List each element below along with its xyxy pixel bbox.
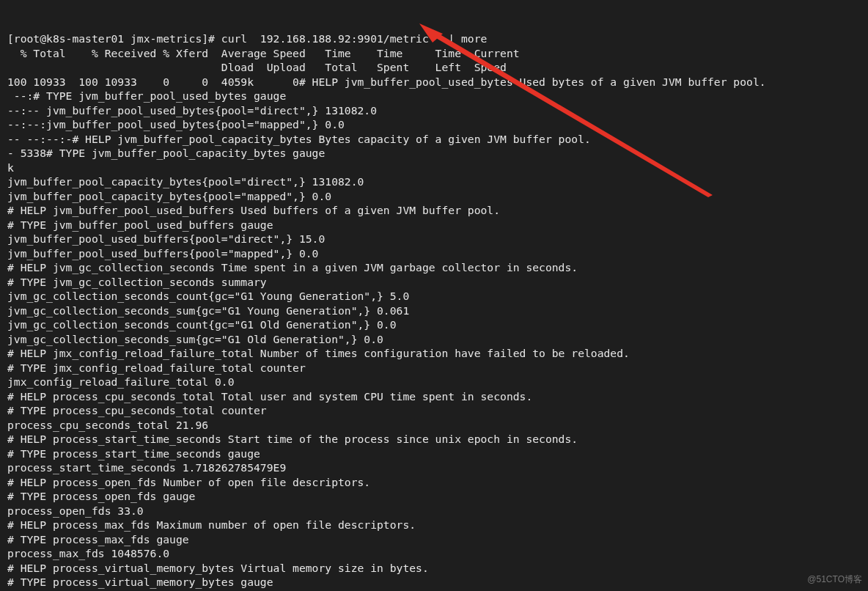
terminal-line: # TYPE process_max_fds gauge [7,532,861,547]
terminal-line: jvm_buffer_pool_capacity_bytes{pool="map… [7,189,861,204]
terminal-line: jvm_buffer_pool_used_buffers{pool="direc… [7,232,861,246]
terminal-line: # HELP jvm_gc_collection_seconds Time sp… [7,260,861,275]
terminal-line: % Total % Received % Xferd Average Speed… [7,46,861,61]
terminal-line: --:--:jvm_buffer_pool_used_bytes{pool="m… [7,117,861,132]
terminal-line: 100 10933 100 10933 0 0 4059k 0# HELP jv… [7,75,861,89]
terminal-line: # HELP jmx_config_reload_failure_total N… [7,346,861,361]
terminal-line: # TYPE process_open_fds gauge [7,489,861,504]
terminal-line: # TYPE process_cpu_seconds_total counter [7,403,861,418]
terminal-line: --:-- jvm_buffer_pool_used_bytes{pool="d… [7,103,861,118]
terminal-line: -- --:--:-# HELP jvm_buffer_pool_capacit… [7,132,861,147]
terminal-line: process_start_time_seconds 1.71826278547… [7,460,861,475]
terminal-line: # TYPE jvm_gc_collection_seconds summary [7,275,861,290]
terminal-line: # HELP process_virtual_memory_bytes Virt… [7,561,861,576]
terminal-line: - 5338# TYPE jvm_buffer_pool_capacity_by… [7,146,861,161]
watermark-text: @51CTO博客 [807,573,862,587]
terminal-line: # TYPE jvm_buffer_pool_used_buffers gaug… [7,218,861,232]
terminal-line: --:# TYPE jvm_buffer_pool_used_bytes gau… [7,89,861,103]
terminal-line: # HELP process_open_fds Number of open f… [7,475,861,490]
terminal-line: # TYPE process_start_time_seconds gauge [7,447,861,461]
terminal-line: # TYPE process_virtual_memory_bytes gaug… [7,575,861,590]
terminal-line: jvm_buffer_pool_capacity_bytes{pool="dir… [7,175,861,189]
terminal-line: process_cpu_seconds_total 21.96 [7,418,861,433]
terminal-line: jmx_config_reload_failure_total 0.0 [7,375,861,389]
terminal-line: # HELP process_cpu_seconds_total Total u… [7,389,861,404]
terminal-line: jvm_gc_collection_seconds_count{gc="G1 Y… [7,289,861,304]
terminal-line: # TYPE jmx_config_reload_failure_total c… [7,361,861,375]
terminal-line: jvm_gc_collection_seconds_count{gc="G1 O… [7,317,861,332]
terminal-line: # HELP jvm_buffer_pool_used_buffers Used… [7,203,861,218]
terminal-line: process_max_fds 1048576.0 [7,546,861,561]
terminal-line: [root@k8s-master01 jmx-metrics]# curl 19… [7,32,861,46]
terminal-line: # HELP process_max_fds Maximum number of… [7,518,861,532]
terminal-output: [root@k8s-master01 jmx-metrics]# curl 19… [7,32,861,591]
terminal-line: k [7,161,861,175]
terminal-window[interactable]: [root@k8s-master01 jmx-metrics]# curl 19… [0,0,868,591]
terminal-line: # HELP process_start_time_seconds Start … [7,432,861,447]
terminal-line: process_open_fds 33.0 [7,504,861,518]
terminal-line: jvm_buffer_pool_used_buffers{pool="mappe… [7,246,861,261]
terminal-line: jvm_gc_collection_seconds_sum{gc="G1 You… [7,304,861,318]
terminal-line: Dload Upload Total Spent Left Speed [7,60,861,75]
terminal-line: jvm_gc_collection_seconds_sum{gc="G1 Old… [7,332,861,347]
